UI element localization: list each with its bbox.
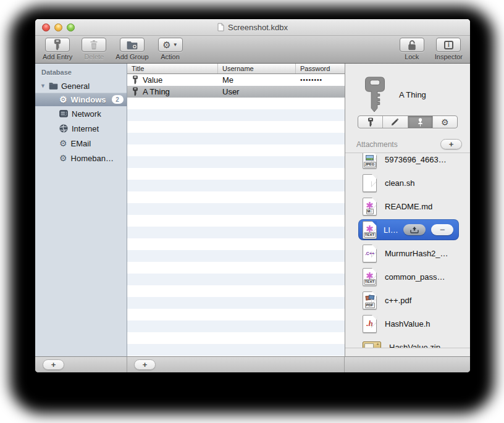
count-badge: 2: [112, 95, 124, 104]
add-attachment-button[interactable]: +: [440, 139, 462, 149]
entry-title: Value: [143, 75, 162, 85]
info-icon: i: [444, 41, 453, 49]
attachment-row[interactable]: .C++ MurmurHash2_…: [345, 241, 470, 265]
entry-title: A Thing: [143, 87, 170, 96]
sidebar-item-label: Internet: [72, 124, 99, 133]
attachment-name: 5973696_4663…: [385, 155, 447, 164]
remove-attachment-button[interactable]: −: [431, 224, 453, 235]
key-icon: [54, 39, 61, 51]
window-title-area: Screenshot.kdbx: [217, 23, 288, 32]
sidebar-add-group-button[interactable]: +: [43, 359, 64, 370]
column-header-title[interactable]: Title: [127, 64, 218, 73]
tab-general[interactable]: [358, 116, 383, 128]
attachments-list[interactable]: JPEG 5973696_4663… clean.sh ✱ M↓ READM: [345, 153, 470, 348]
markdown-file-icon: ✱ M↓: [363, 198, 377, 216]
attachment-row[interactable]: JPEG 5973696_4663…: [345, 153, 470, 171]
disclosure-triangle-icon[interactable]: ▼: [40, 83, 46, 89]
titlebar[interactable]: Screenshot.kdbx: [35, 19, 470, 36]
attachment-name: c++.pdf: [385, 296, 411, 305]
inspector-tabs: ⚙: [358, 115, 458, 128]
entries-table: Title Username Password Value Me •••••••…: [127, 64, 345, 356]
key-icon: [132, 75, 138, 85]
tab-attachments[interactable]: [408, 116, 433, 128]
attachment-name: HashValue.zip: [389, 343, 440, 349]
add-group-button[interactable]: Add Group: [116, 38, 148, 63]
inspector-panel: A Thing: [345, 64, 470, 356]
attachment-name: README.md: [385, 202, 432, 211]
sidebar-item-label: Homeban…: [71, 154, 114, 163]
zip-file-icon: [363, 341, 381, 348]
export-icon: [410, 227, 419, 233]
attachment-row[interactable]: ✱ TEXT common_pass…: [345, 265, 470, 288]
attachment-row-selected[interactable]: ✱ TEXT LI… −: [358, 219, 459, 240]
window-title: Screenshot.kdbx: [228, 23, 288, 32]
add-entry-button[interactable]: Add Entry: [43, 38, 72, 63]
attachment-row[interactable]: PDF c++.pdf: [345, 288, 470, 312]
lock-button[interactable]: Lock: [400, 38, 424, 63]
attachment-row[interactable]: ✱ M↓ README.md: [345, 195, 470, 218]
tab-advanced[interactable]: ⚙: [433, 116, 457, 128]
delete-label: Delete: [84, 53, 104, 61]
toolbar: Add Entry Delete Add Group: [35, 36, 470, 64]
globe-icon: [59, 124, 68, 133]
zoom-button[interactable]: [67, 23, 75, 31]
action-button[interactable]: ⚙ ▼ Action: [158, 38, 183, 63]
table-header: Title Username Password: [127, 64, 345, 74]
pushpin-icon: [416, 117, 424, 127]
add-entry-label: Add Entry: [43, 53, 72, 61]
sidebar-item-email[interactable]: ⚙ EMail: [35, 136, 127, 151]
close-button[interactable]: [42, 23, 50, 31]
delete-button[interactable]: Delete: [82, 38, 106, 63]
column-header-password[interactable]: Password: [296, 64, 345, 73]
attachment-name: clean.sh: [385, 178, 414, 188]
gear-icon: ⚙: [59, 95, 67, 104]
table-row[interactable]: Value Me ••••••••: [127, 74, 345, 86]
attachment-name: LI…: [384, 225, 398, 235]
entry-username: User: [218, 87, 296, 96]
traffic-lights: [42, 23, 75, 31]
folder-plus-icon: [127, 40, 138, 49]
inspector-header: A Thing: [345, 64, 470, 113]
attachments-label: Attachments: [356, 140, 398, 149]
pencil-icon: [390, 117, 400, 127]
divider: [127, 357, 127, 372]
empty-rows-area: [127, 98, 345, 356]
lock-label: Lock: [405, 53, 419, 61]
attachment-name: common_pass…: [385, 272, 445, 282]
sidebar-item-internet[interactable]: Internet: [35, 121, 127, 136]
column-header-username[interactable]: Username: [218, 64, 296, 73]
gear-icon: ⚙: [162, 40, 170, 49]
table-add-entry-button[interactable]: +: [134, 359, 156, 370]
text-file-icon: ✱ TEXT: [363, 268, 377, 286]
attachment-row[interactable]: HashValue.zip: [345, 335, 470, 348]
toolbar-right-group: Lock i Inspector: [389, 38, 463, 63]
sidebar-item-windows[interactable]: ⚙ Windows 2: [35, 93, 127, 106]
sidebar-header: Database: [35, 64, 127, 79]
main-content: Database ▼ General ⚙ Windows 2: [35, 64, 470, 356]
text-file-icon: ✱ TEXT: [363, 221, 377, 239]
sidebar-group-general[interactable]: ▼ General: [35, 79, 127, 93]
attachment-row[interactable]: .h HashValue.h: [345, 312, 470, 335]
attachment-row[interactable]: clean.sh: [345, 171, 470, 195]
app-window: Screenshot.kdbx Add Entry Delete: [35, 19, 470, 372]
key-icon: [368, 117, 374, 127]
sidebar-item-network[interactable]: Network: [35, 106, 127, 121]
save-attachment-button[interactable]: [403, 224, 426, 235]
pdf-file-icon: PDF: [363, 291, 377, 309]
table-row-selected[interactable]: A Thing User: [127, 86, 345, 98]
attachment-name: MurmurHash2_…: [385, 249, 448, 258]
sidebar-item-label: Windows: [71, 95, 106, 104]
attachments-header: Attachments +: [356, 139, 462, 149]
inspector-entry-title: A Thing: [399, 90, 426, 99]
action-label: Action: [161, 53, 180, 61]
gear-icon: ⚙: [441, 118, 449, 127]
chevron-down-icon: ▼: [173, 42, 178, 48]
sidebar-item-homebanking[interactable]: ⚙ Homeban…: [35, 151, 127, 165]
key-icon: [132, 87, 138, 96]
inspector-button[interactable]: i Inspector: [435, 38, 463, 63]
minimize-button[interactable]: [54, 23, 62, 31]
header-file-icon: .h: [363, 315, 377, 333]
document-icon: [217, 23, 224, 31]
key-icon-large: [362, 76, 388, 113]
tab-notes[interactable]: [383, 116, 408, 128]
